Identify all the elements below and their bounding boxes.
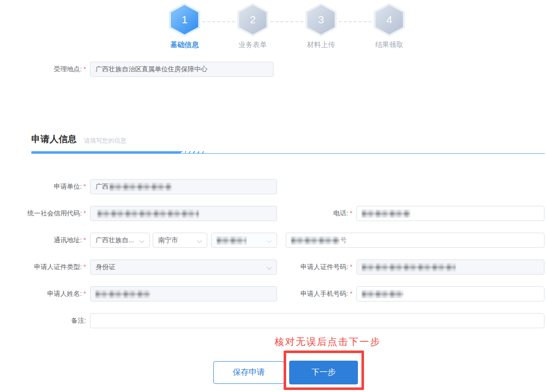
redacted-value xyxy=(362,290,403,298)
id-number-input[interactable] xyxy=(356,259,544,275)
redacted-value xyxy=(362,264,456,271)
section-divider-line xyxy=(31,153,545,154)
step-wizard: 1 基础信息 2 业务表单 3 材料上传 4 结果领取 xyxy=(167,3,407,50)
remark-input[interactable] xyxy=(90,313,544,328)
next-step-button[interactable]: 下一步 xyxy=(289,361,358,384)
redacted-value xyxy=(291,237,339,244)
address-label: 通讯地址:* xyxy=(0,233,86,248)
step-3-hexagon-icon: 3 xyxy=(305,3,337,36)
applicant-unit-input[interactable]: 广西 xyxy=(90,179,277,194)
applicant-name-label: 申请人姓名:* xyxy=(0,286,86,301)
id-type-label: 申请人证件类型:* xyxy=(0,259,86,275)
chevron-down-icon xyxy=(197,238,202,243)
applicant-info-section-title: 申请人信息 xyxy=(31,133,77,145)
step-4-number: 4 xyxy=(386,14,392,26)
step-connector xyxy=(270,21,303,22)
step-3-label: 材料上传 xyxy=(307,40,335,50)
step-2-label: 业务表单 xyxy=(239,40,267,50)
step-1-hexagon-icon: 1 xyxy=(169,3,200,36)
district-select[interactable] xyxy=(211,233,277,248)
acceptance-location-input[interactable]: 广西壮族自治区直属单位住房保障中心 xyxy=(90,62,274,77)
province-select[interactable]: 广西壮族自... xyxy=(90,233,150,248)
phone-label: 电话:* xyxy=(253,206,352,221)
step-2-hexagon-icon: 2 xyxy=(237,3,268,36)
chevron-down-icon xyxy=(267,238,272,243)
step-1-number: 1 xyxy=(181,14,188,26)
redacted-value xyxy=(98,210,199,217)
redacted-value xyxy=(217,237,246,244)
step-business-form[interactable]: 2 业务表单 xyxy=(235,3,270,50)
credit-code-label: 统一社会信用代码:* xyxy=(0,206,86,221)
applicant-name-input[interactable] xyxy=(90,286,277,301)
next-step-annotation: 核对无误后点击下一步 xyxy=(275,335,381,349)
redacted-value xyxy=(110,183,171,191)
redacted-value xyxy=(362,210,410,217)
step-connector xyxy=(202,21,235,22)
applicant-info-section-subtitle: 请填写您的信息 xyxy=(84,137,126,145)
application-form-page: 1 基础信息 2 业务表单 3 材料上传 4 结果领取 受理地点:* xyxy=(0,0,546,392)
step-4-label: 结果领取 xyxy=(375,40,403,50)
step-1-label: 基础信息 xyxy=(170,40,199,50)
step-3-number: 3 xyxy=(318,14,324,26)
step-connector xyxy=(339,21,372,22)
step-4-hexagon-icon: 4 xyxy=(374,3,405,36)
address-detail-input[interactable]: 号 xyxy=(286,233,544,248)
credit-code-input[interactable] xyxy=(90,206,277,221)
redacted-value xyxy=(96,290,150,298)
step-basic-info[interactable]: 1 基础信息 xyxy=(167,3,202,50)
phone-input[interactable] xyxy=(356,206,544,221)
mobile-label: 申请人手机号码:* xyxy=(253,286,352,301)
step-result-claim[interactable]: 4 结果领取 xyxy=(372,3,407,50)
mobile-input[interactable] xyxy=(356,286,544,301)
acceptance-location-label: 受理地点:* xyxy=(0,62,86,77)
city-select[interactable]: 南宁市 xyxy=(153,233,207,248)
step-material-upload[interactable]: 3 材料上传 xyxy=(303,3,339,50)
chevron-down-icon xyxy=(140,238,145,243)
applicant-unit-label: 申请单位:* xyxy=(0,179,86,194)
save-application-button[interactable]: 保存申请 xyxy=(213,361,284,384)
id-type-select[interactable]: 身份证 xyxy=(90,259,277,275)
id-number-label: 申请人证件号码:* xyxy=(253,259,352,275)
remark-label: 备注: xyxy=(0,313,86,328)
step-2-number: 2 xyxy=(250,14,256,26)
